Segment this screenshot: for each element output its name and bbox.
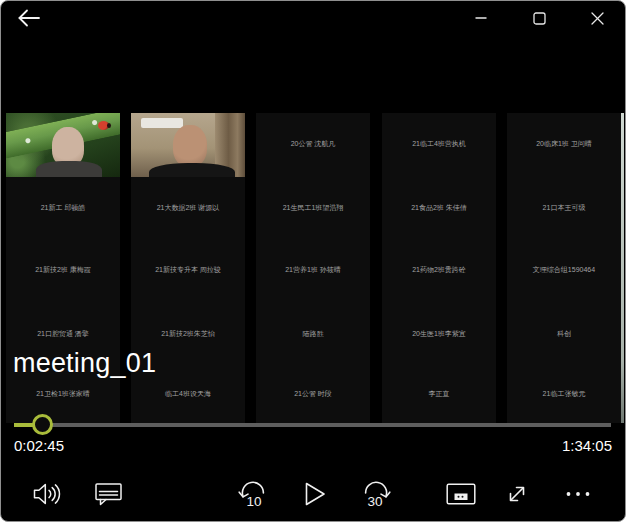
participant-name: 21大数据2班 谢源以: [132, 203, 244, 212]
participant-name: 21临工4班营执机: [383, 139, 495, 148]
participant-torso: [149, 163, 235, 177]
fullscreen-icon: [503, 480, 531, 508]
speaker-icon: [32, 480, 62, 508]
picture-in-picture-icon: [446, 483, 476, 505]
fullscreen-button[interactable]: [497, 474, 537, 514]
back-button[interactable]: [9, 1, 49, 35]
participant-name: 20公管 沈航凡: [257, 139, 369, 148]
minimize-icon: [475, 12, 487, 24]
participant-name: 文理综合组1590464: [508, 265, 620, 274]
participant-name: 21新工 邱顿皓: [7, 203, 119, 212]
participant-column: 20公管 沈航凡21生民工1班望浩翔21营养1班 孙筱晴陆路胜21公管 时段: [256, 113, 370, 423]
time-elapsed: 0:02:45: [14, 437, 64, 454]
participant-name: 21营养1班 孙筱晴: [257, 265, 369, 274]
participant-name: 20生医1班李紫宜: [383, 329, 495, 338]
participant-column: 20临床1班 卫问晴21口本王可级文理综合组1590464科创21临工张敏元: [507, 113, 621, 423]
participant-name: 临工4班设天海: [132, 389, 244, 398]
ellipsis-icon: [564, 480, 592, 508]
participant-name: 21新技专升本 周拉骏: [132, 265, 244, 274]
maximize-button[interactable]: [516, 1, 562, 35]
skip-forward-button[interactable]: 30: [356, 474, 396, 514]
mini-player-button[interactable]: [441, 474, 481, 514]
rotate-cw-icon: 30: [360, 479, 392, 509]
participant-grid: 21新工 邱顿皓21新技2班 康梅霞21口腔贸通 潘擎21卫检1班张家晴21大数…: [1, 1, 625, 521]
video-surface[interactable]: 21新工 邱顿皓21新技2班 康梅霞21口腔贸通 潘擎21卫检1班张家晴21大数…: [1, 1, 625, 521]
skip-forward-label: 30: [367, 494, 382, 509]
minimize-button[interactable]: [458, 1, 504, 35]
close-button[interactable]: [574, 1, 620, 35]
skip-back-label: 10: [246, 494, 261, 509]
skip-back-button[interactable]: 10: [233, 474, 273, 514]
captions-button[interactable]: [89, 474, 129, 514]
media-title: meeting_01: [13, 348, 156, 379]
participant-name: 21药物2班贵跨砼: [383, 265, 495, 274]
participant-name: 21口本王可级: [508, 203, 620, 212]
participant-name: 陆路胜: [257, 329, 369, 338]
participant-name: 21生民工1班望浩翔: [257, 203, 369, 212]
ladybug: [98, 121, 109, 130]
more-button[interactable]: [558, 474, 598, 514]
maximize-icon: [533, 12, 546, 25]
participant-name: 21公管 时段: [257, 389, 369, 398]
grid-scrollbar: [621, 113, 624, 423]
webcam-leaf-background: [6, 113, 120, 177]
volume-button[interactable]: [27, 474, 67, 514]
close-icon: [591, 12, 604, 25]
webcam-room-background: [131, 113, 245, 177]
participant-name: 20临床1班 卫问晴: [508, 139, 620, 148]
play-button[interactable]: [294, 474, 334, 514]
participant-column: 21临工4班营执机21食品2班 朱佳倩21药物2班贵跨砼20生医1班李紫宜李正直: [382, 113, 496, 423]
participant-name: 21卫检1班张家晴: [7, 389, 119, 398]
participant-face: [173, 125, 207, 167]
participant-name: 21口腔贸通 潘擎: [7, 329, 119, 338]
participant-name: 科创: [508, 329, 620, 338]
seek-track[interactable]: [14, 423, 611, 427]
time-duration: 1:34:05: [562, 437, 612, 454]
participant-name: 李正直: [383, 389, 495, 398]
play-icon: [299, 479, 329, 509]
participant-name: 21新技2班朱芝怡: [132, 329, 244, 338]
participant-torso: [36, 161, 102, 177]
rotate-ccw-icon: 10: [237, 479, 269, 509]
participant-name: 21新技2班 康梅霞: [7, 265, 119, 274]
seek-handle[interactable]: [32, 414, 53, 435]
captions-icon: [94, 481, 124, 508]
air-conditioner: [141, 118, 183, 128]
video-player-window: 21新工 邱顿皓21新技2班 康梅霞21口腔贸通 潘擎21卫检1班张家晴21大数…: [0, 0, 626, 522]
participant-name: 21食品2班 朱佳倩: [383, 203, 495, 212]
participant-name: 21临工张敏元: [508, 389, 620, 398]
back-arrow-icon: [16, 7, 42, 29]
